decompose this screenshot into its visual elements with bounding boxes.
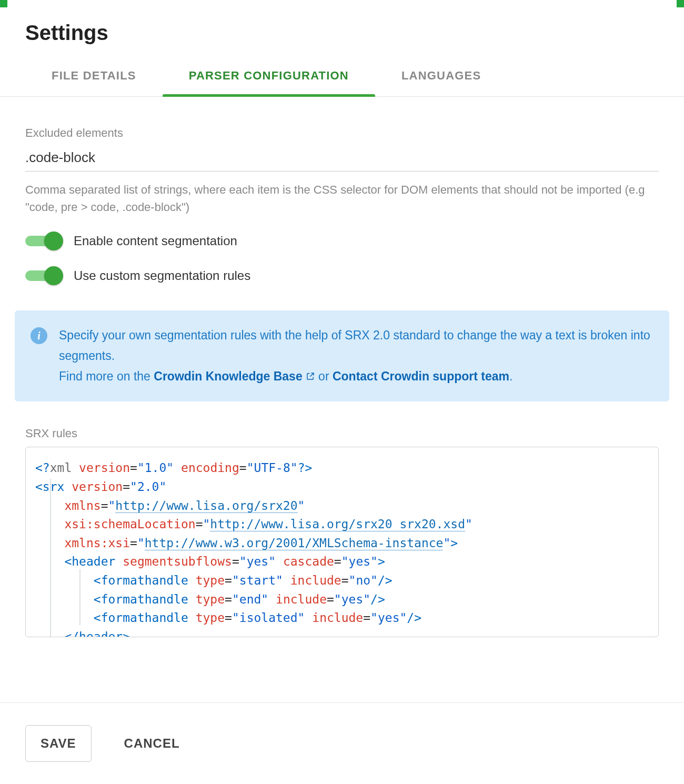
external-link-icon (306, 367, 315, 376)
info-line2-suffix: . (509, 369, 512, 383)
modal-content: Excluded elements Comma separated list o… (0, 97, 684, 637)
link-contact-support[interactable]: Contact Crowdin support team (333, 369, 509, 383)
srx-rules-editor[interactable]: <?xml version="1.0" encoding="UTF-8"?> <… (25, 447, 659, 637)
info-banner: i Specify your own segmentation rules wi… (15, 310, 669, 401)
info-text: Specify your own segmentation rules with… (59, 325, 653, 387)
toggle-custom-rules-label: Use custom segmentation rules (74, 268, 250, 283)
modal-header: Settings (0, 0, 684, 55)
tabs: FILE DETAILS PARSER CONFIGURATION LANGUA… (0, 55, 684, 97)
page-title: Settings (25, 21, 659, 45)
modal-footer: SAVE CANCEL (0, 702, 684, 784)
toggle-custom-rules-row: Use custom segmentation rules (25, 266, 659, 285)
info-line2-prefix: Find more on the (59, 369, 154, 383)
corner-mark (0, 0, 7, 7)
toggle-enable-segmentation[interactable] (25, 232, 63, 250)
info-line2-mid: or (315, 369, 333, 383)
tab-file-details[interactable]: FILE DETAILS (25, 55, 163, 96)
cancel-button[interactable]: CANCEL (109, 726, 195, 761)
save-button[interactable]: SAVE (25, 725, 92, 762)
toggle-custom-rules[interactable] (25, 266, 63, 285)
toggle-enable-segmentation-row: Enable content segmentation (25, 232, 659, 250)
settings-modal: Settings FILE DETAILS PARSER CONFIGURATI… (0, 0, 684, 637)
tab-languages[interactable]: LANGUAGES (375, 55, 507, 96)
toggle-enable-segmentation-label: Enable content segmentation (74, 234, 237, 248)
tab-parser-configuration[interactable]: PARSER CONFIGURATION (163, 55, 375, 96)
excluded-elements-helper: Comma separated list of strings, where e… (25, 181, 646, 216)
excluded-elements-input[interactable] (25, 145, 659, 172)
corner-mark (677, 0, 684, 7)
srx-rules-label: SRX rules (25, 427, 659, 440)
excluded-elements-label: Excluded elements (25, 126, 659, 140)
link-knowledge-base[interactable]: Crowdin Knowledge Base (154, 369, 302, 383)
info-icon: i (31, 327, 47, 344)
info-line1: Specify your own segmentation rules with… (59, 328, 650, 363)
